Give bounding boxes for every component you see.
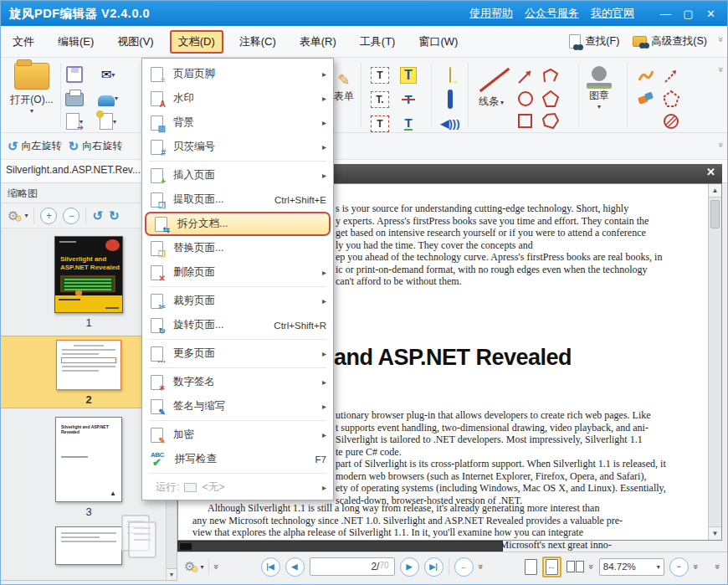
expand-view-icon[interactable]: » [587, 564, 597, 569]
scrollbar-thumb[interactable] [710, 200, 720, 228]
note-comment-tool[interactable] [449, 68, 451, 83]
wechat-service-link[interactable]: 公众号服务 [525, 6, 579, 21]
facing-pages-view-button[interactable] [567, 561, 584, 572]
zoom-out-button[interactable]: − [669, 557, 689, 577]
save-button[interactable] [64, 65, 85, 84]
fit-width-view-button-selected[interactable] [542, 557, 561, 577]
menu-item-watermark[interactable]: A水印▸ [142, 86, 333, 110]
menu-item-bates-numbering[interactable]: #贝茨编号▸ [142, 135, 333, 159]
menu-item-more-pages[interactable]: …更多页面▸ [142, 341, 333, 366]
strikethrough-tool[interactable]: T [404, 92, 412, 106]
menu-comment[interactable]: 注释(C) [232, 30, 284, 54]
menu-form[interactable]: 表单(R) [292, 30, 344, 54]
collapse-row-icon[interactable]: » [716, 142, 726, 147]
menu-item-run[interactable]: 运行:<无>▸ [142, 475, 333, 500]
scroll-up-icon[interactable]: ▲ [709, 184, 721, 198]
dashed-arrow-tool[interactable] [662, 67, 680, 85]
vertical-scrollbar[interactable]: ▲ ▼ [708, 184, 721, 540]
maximize-button[interactable]: ▢ [677, 8, 700, 20]
menu-item-crop-pages[interactable]: ✂裁剪页面▸ [142, 289, 333, 313]
menu-item-digital-signature[interactable]: ✶数字签名▸ [142, 370, 333, 394]
collapse-toolbar2-icon[interactable]: » [716, 67, 726, 72]
expand-left-icon[interactable]: » [213, 564, 223, 569]
zoom-level-combo[interactable]: 84.72%▾ [599, 558, 664, 576]
typewriter-tool[interactable]: T. [371, 91, 389, 108]
polygon-shape-tool[interactable] [541, 112, 560, 131]
first-page-button[interactable]: |◀ [261, 557, 280, 577]
text-edit-tool[interactable]: T [371, 115, 389, 132]
zoom-out-thumbs-button[interactable]: − [63, 208, 79, 224]
last-page-button[interactable]: ▶| [424, 557, 443, 577]
menu-item-rotate-pages[interactable]: ↻旋转页面...Ctrl+Shift+R [142, 313, 333, 337]
rotate-right-button[interactable]: ↻向右旋转 [69, 139, 123, 154]
statusbar-gear-caret[interactable]: ▾ [200, 563, 203, 571]
menu-item-header-footer[interactable]: ≡页眉页脚▸ [142, 62, 333, 86]
menu-item-insert-pages[interactable]: +插入页面▸ [142, 163, 333, 187]
statusbar-gear-icon[interactable]: ⚙⚙ [184, 559, 195, 574]
expand-right-icon[interactable]: » [713, 564, 723, 569]
menu-tools[interactable]: 工具(T) [352, 30, 403, 54]
line-tool[interactable]: 线条 ▾ [474, 66, 508, 109]
document-tab[interactable]: Silverlight.and.ASP.NET.Rev... [6, 164, 141, 176]
help-link[interactable]: 使用帮助 [469, 6, 513, 21]
next-page-button[interactable]: ▶ [400, 557, 419, 577]
stamp-tool[interactable]: 图章 ▾ [587, 66, 612, 110]
menu-edit[interactable]: 编辑(E) [50, 30, 101, 54]
single-page-view-button[interactable] [525, 559, 537, 575]
scroll-down-icon[interactable]: ▼ [709, 526, 721, 540]
attachment-tool[interactable] [448, 92, 453, 107]
previous-page-button[interactable]: ◀ [285, 557, 305, 577]
options-caret-icon[interactable]: ▾ [24, 212, 28, 219]
advanced-find-button[interactable]: 高级查找(S) [633, 34, 707, 49]
menu-view[interactable]: 视图(V) [110, 30, 161, 54]
open-caret-icon[interactable]: ▾ [6, 107, 58, 115]
menu-item-replace-pages[interactable]: ❐替换页面... [142, 236, 333, 260]
menu-item-encrypt[interactable]: ✎加密▸ [142, 423, 333, 447]
find-button[interactable]: 查找(F) [569, 34, 619, 49]
hatched-circle-tool[interactable] [662, 112, 680, 131]
collapse-toolbar-icon[interactable]: » [716, 37, 726, 42]
page4-thumb[interactable] [55, 526, 122, 565]
square-shape-tool[interactable] [516, 112, 535, 131]
new-document-button[interactable]: ▾ [98, 112, 118, 131]
polyline-shape-tool[interactable] [541, 67, 560, 85]
close-button[interactable]: ✕ [700, 8, 722, 20]
menu-file[interactable]: 文件 [5, 30, 42, 54]
open-button[interactable]: 打开(O)... ▾ [6, 61, 58, 115]
close-document-icon[interactable]: ✕ [706, 166, 715, 178]
page3-thumb[interactable]: Silverlight and ASP.NET Revealed ▲ [55, 417, 122, 502]
rotate-thumb-left-icon[interactable]: ↺ [92, 208, 103, 223]
cloud-shape-tool[interactable] [662, 90, 680, 108]
arrow-shape-tool[interactable] [516, 67, 535, 85]
horizontal-scrollbar[interactable] [177, 541, 503, 552]
menu-item-delete-pages[interactable]: ✕删除页面▸ [142, 260, 333, 285]
minimize-button[interactable]: — [654, 8, 677, 20]
menu-document[interactable]: 文档(D) [170, 30, 223, 54]
hscrollbar-thumb[interactable] [180, 543, 192, 550]
pencil-annotation-tool[interactable] [637, 67, 655, 85]
menu-item-sign-initials[interactable]: ✎签名与缩写▸ [142, 394, 333, 418]
eraser-tool[interactable] [637, 90, 655, 108]
highlight-text-tool[interactable]: T [400, 67, 417, 84]
official-site-link[interactable]: 我的官网 [591, 6, 634, 21]
export-button[interactable]: ▾ [64, 112, 85, 131]
rotate-left-button[interactable]: ↺向左旋转 [8, 139, 62, 154]
circle-shape-tool[interactable] [516, 90, 535, 108]
pentagon-shape-tool[interactable] [541, 90, 560, 108]
menu-item-background[interactable]: ▨背景▸ [142, 110, 333, 135]
rotate-thumb-right-icon[interactable]: ↻ [109, 208, 120, 223]
page-number-input[interactable]: 2/70 [310, 557, 395, 576]
thumb-scroll-down-icon[interactable]: ▼ [167, 568, 177, 580]
menu-window[interactable]: 窗口(W) [411, 30, 465, 54]
zoom-in-thumbs-button[interactable]: + [40, 208, 57, 224]
menu-item-extract-pages[interactable]: ❐提取页面...Ctrl+Shift+E [142, 187, 333, 212]
expand-zoom-icon[interactable]: » [691, 564, 701, 569]
menu-item-split-document[interactable]: ⇆拆分文档... [145, 212, 331, 236]
print-button[interactable] [64, 89, 85, 107]
text-box-tool[interactable]: T [371, 67, 389, 84]
options-gear-icon[interactable]: ⚙⚙ [8, 208, 18, 223]
menu-item-spell-check[interactable]: ABC✔拼写检查F7 [142, 447, 333, 471]
form-tool[interactable]: ✎ 表单 [334, 71, 354, 104]
page2-thumb[interactable] [56, 340, 121, 390]
page1-cover-thumb[interactable]: Silverlight and ASP.NET Revealed [54, 236, 123, 313]
